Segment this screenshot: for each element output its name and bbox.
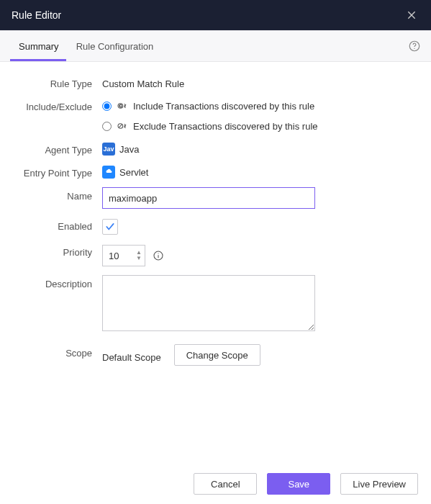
change-scope-button[interactable]: Change Scope xyxy=(174,344,260,366)
label-description: Description xyxy=(17,275,102,289)
live-preview-button[interactable]: Live Preview xyxy=(340,473,418,495)
active-tab-indicator xyxy=(10,59,66,61)
label-enabled: Enabled xyxy=(17,217,102,232)
svg-point-3 xyxy=(414,48,414,49)
cancel-button[interactable]: Cancel xyxy=(194,473,257,495)
label-priority: Priority xyxy=(17,243,102,258)
description-textarea[interactable] xyxy=(102,275,315,331)
close-icon xyxy=(406,9,417,21)
tab-summary[interactable]: Summary xyxy=(10,31,68,61)
help-icon xyxy=(408,40,421,53)
svg-text:C: C xyxy=(119,104,122,108)
close-button[interactable] xyxy=(404,7,419,23)
radio-exclude-label: Exclude Transactions discovered by this … xyxy=(133,121,318,132)
check-icon xyxy=(105,222,115,232)
include-icon: C xyxy=(116,99,129,112)
radio-include-label: Include Transactions discovered by this … xyxy=(133,101,314,112)
radio-exclude[interactable] xyxy=(102,122,112,131)
tab-rule-configuration[interactable]: Rule Configuration xyxy=(68,31,163,61)
java-icon: Jav xyxy=(102,143,115,156)
value-entry-point-type: Servlet xyxy=(119,167,148,178)
footer-buttons: Cancel Save Live Preview xyxy=(0,464,431,504)
dialog-title: Rule Editor xyxy=(12,9,61,21)
info-icon xyxy=(153,250,164,261)
radio-include[interactable] xyxy=(102,102,112,111)
help-button[interactable] xyxy=(408,31,421,61)
name-input[interactable] xyxy=(102,187,315,209)
priority-value: 10 xyxy=(109,251,119,261)
radio-include-row[interactable]: C Include Transactions discovered by thi… xyxy=(102,98,414,112)
svg-line-7 xyxy=(119,125,122,128)
label-include-exclude: Include/Exclude xyxy=(17,98,102,112)
servlet-icon xyxy=(102,166,115,179)
label-scope: Scope xyxy=(17,344,102,359)
tabs-bar: Summary Rule Configuration xyxy=(0,30,431,62)
label-agent-type: Agent Type xyxy=(17,141,102,156)
priority-down[interactable]: ▼ xyxy=(136,256,142,261)
priority-stepper[interactable]: 10 ▲ ▼ xyxy=(102,245,145,266)
label-rule-type: Rule Type xyxy=(17,75,102,89)
radio-exclude-row[interactable]: Exclude Transactions discovered by this … xyxy=(102,118,414,132)
exclude-icon xyxy=(116,120,129,132)
priority-info-button[interactable] xyxy=(153,250,164,261)
label-entry-point-type: Entry Point Type xyxy=(17,164,102,179)
enabled-checkbox[interactable] xyxy=(102,219,118,235)
value-agent-type: Java xyxy=(119,144,139,155)
save-button[interactable]: Save xyxy=(267,473,330,495)
label-name: Name xyxy=(17,187,102,202)
form-content: Rule Type Custom Match Rule Include/Excl… xyxy=(0,62,431,366)
value-scope: Default Scope xyxy=(102,347,161,363)
titlebar: Rule Editor xyxy=(0,0,431,30)
svg-point-10 xyxy=(158,253,158,253)
value-rule-type: Custom Match Rule xyxy=(102,75,414,89)
